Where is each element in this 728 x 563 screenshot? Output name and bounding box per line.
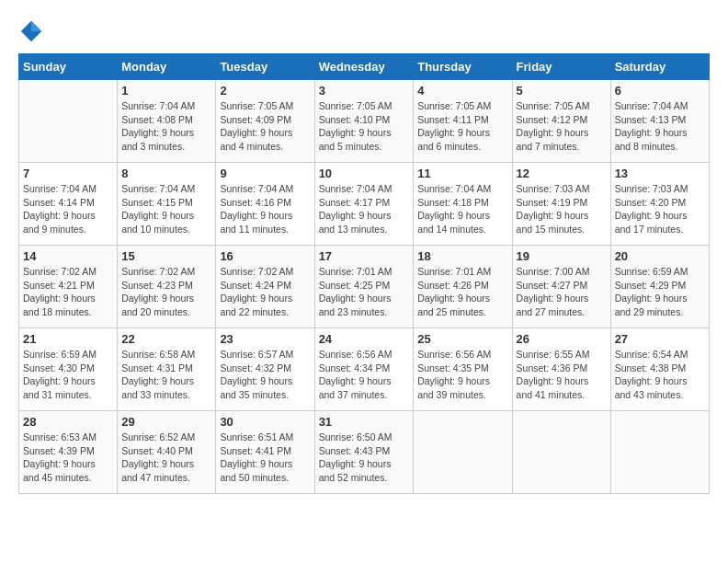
calendar-week-row: 7 Sunrise: 7:04 AM Sunset: 4:14 PM Dayli… — [19, 163, 710, 246]
calendar-cell: 28 Sunrise: 6:53 AM Sunset: 4:39 PM Dayl… — [19, 411, 118, 494]
day-info: Sunrise: 6:53 AM Sunset: 4:39 PM Dayligh… — [23, 431, 113, 485]
daylight-text: Daylight: 9 hours and 8 minutes. — [615, 127, 688, 152]
calendar-cell: 20 Sunrise: 6:59 AM Sunset: 4:29 PM Dayl… — [610, 246, 709, 328]
day-number: 1 — [121, 84, 211, 98]
calendar-cell: 5 Sunrise: 7:05 AM Sunset: 4:12 PM Dayli… — [512, 80, 610, 163]
daylight-text: Daylight: 9 hours and 20 minutes. — [121, 293, 194, 317]
day-number: 17 — [319, 249, 410, 263]
sunset-text: Sunset: 4:30 PM — [23, 362, 95, 373]
day-info: Sunrise: 6:54 AM Sunset: 4:38 PM Dayligh… — [615, 348, 705, 402]
sunset-text: Sunset: 4:19 PM — [517, 197, 588, 208]
day-info: Sunrise: 7:04 AM Sunset: 4:16 PM Dayligh… — [220, 182, 310, 236]
calendar-cell: 7 Sunrise: 7:04 AM Sunset: 4:14 PM Dayli… — [19, 163, 118, 246]
sunrise-text: Sunrise: 6:58 AM — [121, 349, 195, 360]
day-info: Sunrise: 6:58 AM Sunset: 4:31 PM Dayligh… — [121, 348, 211, 402]
sunset-text: Sunset: 4:14 PM — [23, 197, 95, 208]
sunrise-text: Sunrise: 6:54 AM — [615, 349, 688, 360]
day-info: Sunrise: 6:59 AM Sunset: 4:29 PM Dayligh… — [615, 265, 705, 319]
sunset-text: Sunset: 4:41 PM — [220, 445, 291, 456]
calendar-cell: 13 Sunrise: 7:03 AM Sunset: 4:20 PM Dayl… — [610, 163, 709, 246]
day-info: Sunrise: 7:01 AM Sunset: 4:26 PM Dayligh… — [417, 265, 507, 319]
sunrise-text: Sunrise: 7:04 AM — [417, 183, 491, 194]
sunset-text: Sunset: 4:29 PM — [615, 280, 687, 291]
day-number: 13 — [615, 167, 705, 180]
daylight-text: Daylight: 9 hours and 6 minutes. — [417, 127, 490, 152]
day-number: 23 — [220, 332, 310, 346]
sunset-text: Sunset: 4:25 PM — [319, 280, 391, 291]
daylight-text: Daylight: 9 hours and 35 minutes. — [220, 375, 292, 400]
calendar-body: 1 Sunrise: 7:04 AM Sunset: 4:08 PM Dayli… — [19, 80, 710, 494]
daylight-text: Daylight: 9 hours and 22 minutes. — [220, 293, 292, 317]
day-info: Sunrise: 7:04 AM Sunset: 4:14 PM Dayligh… — [23, 182, 113, 236]
day-info: Sunrise: 7:02 AM Sunset: 4:23 PM Dayligh… — [121, 265, 211, 319]
daylight-text: Daylight: 9 hours and 25 minutes. — [417, 293, 490, 317]
day-number: 7 — [23, 167, 113, 180]
day-info: Sunrise: 7:05 AM Sunset: 4:10 PM Dayligh… — [319, 99, 410, 154]
daylight-text: Daylight: 9 hours and 37 minutes. — [319, 375, 392, 400]
sunrise-text: Sunrise: 7:01 AM — [417, 266, 491, 277]
day-info: Sunrise: 7:00 AM Sunset: 4:27 PM Dayligh… — [517, 265, 607, 319]
calendar-cell: 21 Sunrise: 6:59 AM Sunset: 4:30 PM Dayl… — [19, 328, 118, 411]
sunrise-text: Sunrise: 7:02 AM — [220, 266, 293, 277]
calendar-cell — [610, 411, 709, 494]
sunrise-text: Sunrise: 7:02 AM — [121, 266, 195, 277]
day-info: Sunrise: 6:56 AM Sunset: 4:35 PM Dayligh… — [417, 348, 507, 402]
calendar-week-row: 1 Sunrise: 7:04 AM Sunset: 4:08 PM Dayli… — [19, 80, 710, 163]
sunset-text: Sunset: 4:35 PM — [417, 362, 489, 373]
sunset-text: Sunset: 4:32 PM — [220, 362, 291, 373]
sunrise-text: Sunrise: 7:00 AM — [517, 266, 590, 277]
day-info: Sunrise: 7:04 AM Sunset: 4:15 PM Dayligh… — [121, 182, 211, 236]
calendar-cell: 9 Sunrise: 7:04 AM Sunset: 4:16 PM Dayli… — [216, 163, 314, 246]
sunset-text: Sunset: 4:13 PM — [615, 114, 687, 125]
sunrise-text: Sunrise: 6:55 AM — [517, 349, 590, 360]
calendar-cell: 25 Sunrise: 6:56 AM Sunset: 4:35 PM Dayl… — [414, 328, 512, 411]
daylight-text: Daylight: 9 hours and 31 minutes. — [23, 375, 96, 400]
weekday-header: Thursday — [414, 54, 512, 80]
calendar-cell: 16 Sunrise: 7:02 AM Sunset: 4:24 PM Dayl… — [216, 246, 314, 328]
calendar-cell: 18 Sunrise: 7:01 AM Sunset: 4:26 PM Dayl… — [414, 246, 512, 328]
calendar-cell: 11 Sunrise: 7:04 AM Sunset: 4:18 PM Dayl… — [414, 163, 512, 246]
day-info: Sunrise: 7:02 AM Sunset: 4:24 PM Dayligh… — [220, 265, 310, 319]
calendar-week-row: 14 Sunrise: 7:02 AM Sunset: 4:21 PM Dayl… — [19, 246, 710, 328]
sunset-text: Sunset: 4:09 PM — [220, 114, 291, 125]
daylight-text: Daylight: 9 hours and 15 minutes. — [517, 210, 589, 235]
calendar-cell: 19 Sunrise: 7:00 AM Sunset: 4:27 PM Dayl… — [512, 246, 610, 328]
sunset-text: Sunset: 4:17 PM — [319, 197, 391, 208]
daylight-text: Daylight: 9 hours and 47 minutes. — [121, 458, 194, 483]
sunset-text: Sunset: 4:08 PM — [121, 114, 193, 125]
sunset-text: Sunset: 4:18 PM — [417, 197, 489, 208]
sunset-text: Sunset: 4:31 PM — [121, 362, 193, 373]
sunrise-text: Sunrise: 6:56 AM — [319, 349, 392, 360]
sunset-text: Sunset: 4:16 PM — [220, 197, 291, 208]
calendar-cell: 22 Sunrise: 6:58 AM Sunset: 4:31 PM Dayl… — [118, 328, 216, 411]
daylight-text: Daylight: 9 hours and 18 minutes. — [23, 293, 96, 317]
weekday-header: Friday — [512, 54, 610, 80]
sunrise-text: Sunrise: 6:52 AM — [121, 431, 195, 442]
daylight-text: Daylight: 9 hours and 4 minutes. — [220, 127, 292, 152]
sunset-text: Sunset: 4:38 PM — [615, 362, 687, 373]
day-number: 4 — [417, 84, 507, 98]
daylight-text: Daylight: 9 hours and 39 minutes. — [417, 375, 490, 400]
sunset-text: Sunset: 4:36 PM — [517, 362, 588, 373]
svg-marker-1 — [31, 21, 41, 31]
daylight-text: Daylight: 9 hours and 10 minutes. — [121, 210, 194, 235]
day-number: 26 — [517, 332, 607, 346]
sunset-text: Sunset: 4:27 PM — [517, 280, 588, 291]
weekday-header: Wednesday — [314, 54, 414, 80]
daylight-text: Daylight: 9 hours and 45 minutes. — [23, 458, 96, 483]
calendar-cell: 17 Sunrise: 7:01 AM Sunset: 4:25 PM Dayl… — [314, 246, 414, 328]
day-info: Sunrise: 7:05 AM Sunset: 4:12 PM Dayligh… — [517, 99, 607, 154]
day-number: 12 — [517, 167, 607, 180]
calendar-cell: 24 Sunrise: 6:56 AM Sunset: 4:34 PM Dayl… — [314, 328, 414, 411]
weekday-header: Sunday — [19, 54, 118, 80]
sunrise-text: Sunrise: 7:05 AM — [319, 100, 392, 111]
page-header — [18, 18, 710, 44]
daylight-text: Daylight: 9 hours and 41 minutes. — [517, 375, 589, 400]
calendar-cell: 31 Sunrise: 6:50 AM Sunset: 4:43 PM Dayl… — [314, 411, 414, 494]
sunset-text: Sunset: 4:15 PM — [121, 197, 193, 208]
sunrise-text: Sunrise: 6:53 AM — [23, 431, 97, 442]
sunrise-text: Sunrise: 7:04 AM — [220, 183, 293, 194]
sunset-text: Sunset: 4:20 PM — [615, 197, 687, 208]
calendar-cell: 12 Sunrise: 7:03 AM Sunset: 4:19 PM Dayl… — [512, 163, 610, 246]
day-number: 6 — [615, 84, 705, 98]
